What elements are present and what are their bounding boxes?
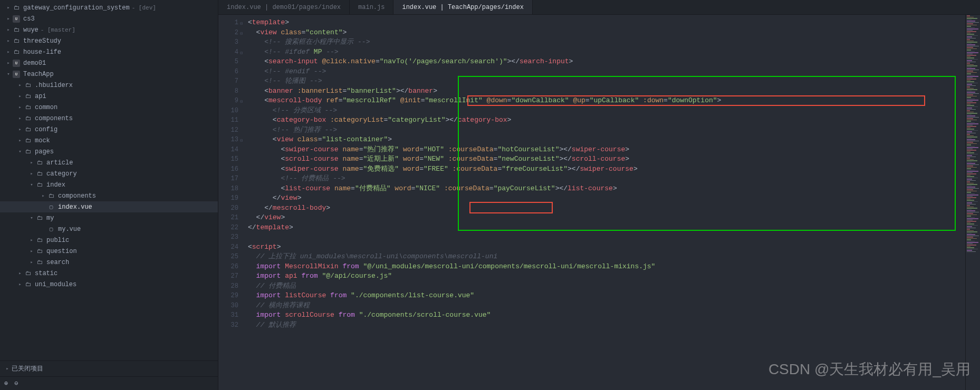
code-line[interactable]: // 上拉下拉 uni_modules\mescroll-uni\compone… bbox=[245, 252, 965, 262]
chevron-icon[interactable]: ▸ bbox=[28, 248, 35, 254]
code-line[interactable]: </mescroll-body> bbox=[245, 203, 965, 213]
code-editor[interactable]: 1⊟2⊟34⊟56789⊟10111213⊟141516171819202122… bbox=[218, 15, 980, 390]
code-line[interactable]: // 默认推荐 bbox=[245, 320, 965, 330]
fold-icon[interactable]: ⊟ bbox=[240, 48, 243, 58]
code-line[interactable]: import api from "@/api/course.js" bbox=[245, 271, 965, 281]
tree-item[interactable]: ▸🗀public bbox=[0, 235, 218, 246]
tree-item-label: wuye bbox=[23, 26, 39, 34]
chevron-icon[interactable]: ▸ bbox=[17, 104, 23, 110]
code-line[interactable]: <scroll-course name="近期上新" word="NEW" :c… bbox=[245, 154, 965, 164]
tree-item[interactable]: ▢my.vue bbox=[0, 223, 218, 235]
tree-item[interactable]: ▾🗀pages bbox=[0, 146, 218, 157]
fold-icon[interactable]: ⊟ bbox=[240, 97, 243, 107]
code-line[interactable]: <template> bbox=[245, 18, 965, 28]
chevron-icon[interactable]: ▸ bbox=[17, 138, 23, 143]
code-line[interactable] bbox=[245, 232, 965, 242]
tree-item[interactable]: ▾🗀index bbox=[0, 179, 218, 190]
code-line[interactable]: <!-- #endif --> bbox=[245, 67, 965, 77]
code-line[interactable]: <!-- #ifdef MP --> bbox=[245, 47, 965, 57]
tree-item[interactable]: ▸🗀.hbuilderx bbox=[0, 80, 218, 91]
tree-item[interactable]: ▸🗀api bbox=[0, 91, 218, 102]
editor-tab[interactable]: main.js bbox=[350, 0, 393, 14]
tree-item[interactable]: ▸🗀wuye - [master] bbox=[0, 24, 218, 35]
tree-item[interactable]: ▸🗀search bbox=[0, 257, 218, 268]
fold-icon[interactable]: ⊟ bbox=[240, 29, 243, 39]
chevron-icon[interactable]: ▸ bbox=[17, 115, 23, 121]
code-line[interactable]: import scrollCourse from "./components/s… bbox=[245, 310, 965, 320]
code-line[interactable]: <list-course name="付费精品" word="NICE" :co… bbox=[245, 184, 965, 194]
code-line[interactable]: // 付费精品 bbox=[245, 281, 965, 291]
minimap[interactable] bbox=[965, 15, 980, 390]
chevron-icon[interactable]: ▾ bbox=[5, 71, 12, 77]
code-line[interactable]: <view class="content"> bbox=[245, 28, 965, 38]
chevron-icon[interactable]: ▸ bbox=[17, 82, 23, 88]
chevron-icon[interactable]: ▸ bbox=[5, 5, 12, 11]
code-line[interactable]: <search-input @click.native="navTo('/pag… bbox=[245, 57, 965, 67]
chevron-icon[interactable]: ▸ bbox=[28, 237, 35, 243]
tree-item[interactable]: ▸🗀components bbox=[0, 190, 218, 201]
closed-projects-section[interactable]: ▸ 已关闭项目 bbox=[0, 360, 218, 376]
tree-item[interactable]: ▸🗀components bbox=[0, 113, 218, 124]
tree-item[interactable]: ▢index.vue bbox=[0, 201, 218, 212]
project-tree[interactable]: ▸🗀gateway_configuration_system - [dev]▸U… bbox=[0, 0, 218, 360]
tree-item[interactable]: ▸🗀config bbox=[0, 124, 218, 135]
tree-item[interactable]: ▸🗀house-life bbox=[0, 46, 218, 57]
chevron-icon[interactable]: ▾ bbox=[28, 215, 35, 221]
code-line[interactable]: <swiper-course name="免费精选" word="FREE" :… bbox=[245, 164, 965, 174]
chevron-icon[interactable]: ▸ bbox=[17, 270, 23, 276]
status-icon-1[interactable]: ⊕ bbox=[4, 379, 8, 387]
chevron-icon[interactable]: ▸ bbox=[17, 126, 23, 132]
chevron-icon[interactable]: ▸ bbox=[5, 60, 12, 66]
code-line[interactable]: <banner :bannerList="bannerList"></banne… bbox=[245, 86, 965, 96]
chevron-icon[interactable]: ▸ bbox=[5, 27, 12, 33]
tree-item[interactable]: ▸🗀mock bbox=[0, 135, 218, 146]
fold-icon[interactable]: ⊟ bbox=[240, 136, 243, 146]
tree-item[interactable]: ▸Udemo01 bbox=[0, 57, 218, 69]
status-icon-2[interactable]: ⊖ bbox=[14, 379, 18, 387]
code-line[interactable]: import MescrollMixin from "@/uni_modules… bbox=[245, 262, 965, 272]
tree-item[interactable]: ▾UTeachApp bbox=[0, 69, 218, 80]
code-line[interactable]: // 横向推荐课程 bbox=[245, 301, 965, 311]
code-line[interactable]: <mescroll-body ref="mescrollRef" @init="… bbox=[245, 96, 965, 106]
code-line[interactable]: <!-- 付费精品 --> bbox=[245, 174, 965, 184]
chevron-icon[interactable]: ▾ bbox=[28, 182, 35, 188]
code-area[interactable]: <template> <view class="content"> <!-- 搜… bbox=[245, 15, 965, 390]
code-line[interactable]: <view class="list-container"> bbox=[245, 135, 965, 145]
chevron-icon[interactable]: ▸ bbox=[5, 16, 12, 22]
chevron-right-icon: ▸ bbox=[4, 366, 11, 372]
code-line[interactable]: import listCourse from "./components/lis… bbox=[245, 291, 965, 301]
chevron-icon[interactable]: ▸ bbox=[5, 38, 12, 44]
code-line[interactable]: <swiper-course name="热门推荐" word="HOT" :c… bbox=[245, 145, 965, 155]
tree-item[interactable]: ▸🗀common bbox=[0, 102, 218, 113]
chevron-icon[interactable]: ▸ bbox=[28, 160, 35, 165]
fold-icon[interactable]: ⊟ bbox=[240, 19, 243, 29]
chevron-icon[interactable]: ▸ bbox=[28, 259, 35, 265]
tree-item[interactable]: ▾🗀my bbox=[0, 212, 218, 223]
code-line[interactable]: <!-- 轮播图 --> bbox=[245, 76, 965, 86]
code-line[interactable]: </view> bbox=[245, 213, 965, 223]
chevron-icon[interactable]: ▸ bbox=[17, 281, 23, 287]
code-line[interactable]: <category-box :categoryList="categoryLis… bbox=[245, 115, 965, 125]
code-line[interactable]: <!-- 分类区域 --> bbox=[245, 106, 965, 116]
chevron-icon[interactable]: ▾ bbox=[17, 149, 23, 154]
tree-item[interactable]: ▸🗀uni_modules bbox=[0, 279, 218, 290]
chevron-icon[interactable]: ▸ bbox=[17, 93, 23, 99]
editor-tab[interactable]: index.vue | TeachApp/pages/index bbox=[393, 0, 532, 14]
tree-item[interactable]: ▸🗀static bbox=[0, 268, 218, 279]
tree-item[interactable]: ▸Ucs3 bbox=[0, 13, 218, 24]
chevron-icon[interactable]: ▸ bbox=[40, 193, 46, 199]
code-line[interactable]: <!-- 热门推荐 --> bbox=[245, 125, 965, 135]
tree-item[interactable]: ▸🗀category bbox=[0, 168, 218, 179]
chevron-icon[interactable]: ▸ bbox=[5, 49, 12, 55]
code-line[interactable]: </view> bbox=[245, 193, 965, 203]
minimap-line bbox=[967, 102, 976, 103]
editor-tab[interactable]: index.vue | demo01/pages/index bbox=[218, 0, 350, 14]
code-line[interactable]: <script> bbox=[245, 242, 965, 252]
tree-item[interactable]: ▸🗀article bbox=[0, 157, 218, 168]
tree-item[interactable]: ▸🗀threeStudy bbox=[0, 35, 218, 46]
code-line[interactable]: <!-- 搜索框在小程序中显示 --> bbox=[245, 37, 965, 47]
code-line[interactable]: </template> bbox=[245, 223, 965, 233]
tree-item[interactable]: ▸🗀question bbox=[0, 246, 218, 257]
chevron-icon[interactable]: ▸ bbox=[28, 171, 35, 177]
tree-item[interactable]: ▸🗀gateway_configuration_system - [dev] bbox=[0, 2, 218, 13]
